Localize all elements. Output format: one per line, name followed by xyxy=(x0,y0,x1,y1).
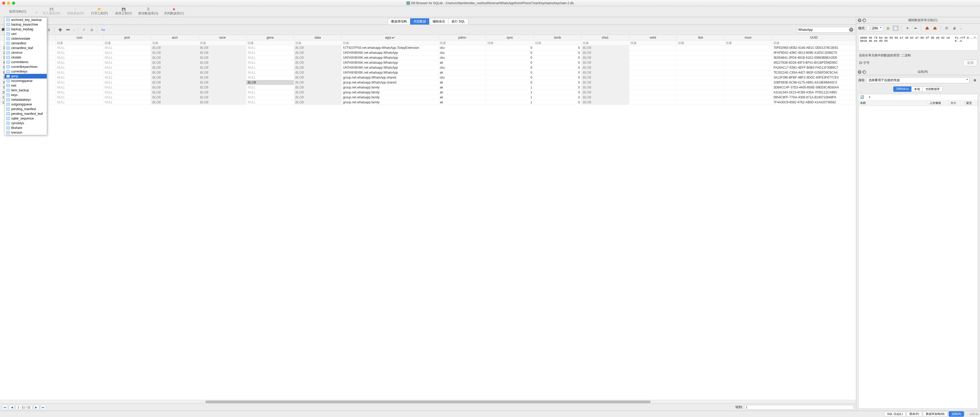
cell[interactable] xyxy=(629,90,676,95)
chevron-down-icon[interactable]: ⌄ xyxy=(959,26,963,30)
cell[interactable]: NULL xyxy=(103,45,151,50)
remote-list[interactable] xyxy=(859,106,978,408)
cell[interactable]: NULL xyxy=(56,75,103,80)
filter-input[interactable] xyxy=(773,41,854,44)
cell[interactable]: BLOB xyxy=(199,100,246,105)
cell[interactable]: group.net.whatsapp.family xyxy=(342,95,439,100)
dropdown-item[interactable]: ckstate xyxy=(5,55,47,60)
dropdown-item[interactable]: pending_manifest xyxy=(5,107,47,111)
cell[interactable]: NULL xyxy=(56,85,103,90)
column-header[interactable]: sync xyxy=(486,35,534,40)
cell[interactable]: 3A13F390-BFBF-4BF2-9DDC-60FE3F677CE3 xyxy=(772,75,856,80)
cell[interactable] xyxy=(724,100,772,105)
cell[interactable]: ak xyxy=(438,80,486,85)
table-row[interactable]: 4 NULLNULLBLOBBLOBNULLBLOBUKFA9XBX6K.net… xyxy=(0,60,856,65)
cell[interactable]: NULL xyxy=(56,55,103,60)
print-cell-icon[interactable]: 🖨 xyxy=(951,25,958,31)
cell[interactable]: NULL xyxy=(103,60,151,65)
cell[interactable]: 0 xyxy=(486,50,534,55)
cell[interactable]: UKFA9XBX6K.net.whatsapp.WhatsApp xyxy=(342,55,439,60)
upload-remote-icon[interactable]: ⬆ xyxy=(868,95,871,99)
main-tab-3[interactable]: 执行 SQL xyxy=(448,18,468,25)
table-row[interactable]: 6 NULLNULLBLOBBLOBNULLBLOBUKFA9XBX6K.net… xyxy=(0,70,856,75)
last-page-button[interactable]: ⏭ xyxy=(40,405,46,410)
remote-tab[interactable]: 当前数据库 xyxy=(923,86,943,92)
cell[interactable]: BLOB xyxy=(151,70,199,75)
cell[interactable]: BLOB xyxy=(581,65,629,70)
main-tab-0[interactable]: 数据库结构 xyxy=(388,18,410,25)
cell[interactable]: UKFA9XBX6K.net.whatsapp.WhatsApp xyxy=(342,65,439,70)
cell[interactable] xyxy=(677,85,724,90)
cell[interactable]: BLOB xyxy=(151,85,199,90)
cell[interactable]: NULL xyxy=(246,70,294,75)
cell[interactable]: 0 xyxy=(534,100,581,105)
cell[interactable]: 1 xyxy=(486,100,534,105)
cell[interactable]: 0 xyxy=(486,60,534,65)
cell[interactable]: BLOB xyxy=(199,85,246,90)
dropdown-item[interactable]: incomingqueue xyxy=(5,79,47,83)
cell[interactable]: BLOB xyxy=(581,55,629,60)
cell[interactable]: A3141343-1E23-4CB9-A35A-7F50112CA983 xyxy=(772,90,856,95)
cell[interactable]: UKFA9XBX6K.net.whatsapp.WhatsApp xyxy=(342,60,439,65)
column-header[interactable]: cusi xyxy=(56,35,103,40)
cell[interactable]: BLOB xyxy=(199,55,246,60)
filter-input[interactable] xyxy=(105,41,150,44)
cell[interactable]: BLOB xyxy=(581,50,629,55)
minimize-window-icon[interactable] xyxy=(7,2,10,5)
filter-input[interactable] xyxy=(726,41,770,44)
dropdown-item[interactable]: synckeys xyxy=(5,121,47,125)
cell[interactable] xyxy=(677,60,724,65)
filter-input[interactable] xyxy=(296,41,340,44)
column-header[interactable]: acct xyxy=(151,35,199,40)
dropdown-item[interactable]: archived_key_backup xyxy=(5,17,47,22)
cell[interactable]: NULL xyxy=(56,70,103,75)
cell[interactable]: 0 xyxy=(534,75,581,80)
dropdown-item[interactable]: ckdevicestate xyxy=(5,36,47,41)
cell[interactable]: FA28AC17-E591-4EFF-B0B3-FAD11F30B8C7 xyxy=(772,65,856,70)
filter-input[interactable] xyxy=(152,41,197,44)
cell[interactable]: 1 xyxy=(486,85,534,90)
cell[interactable]: group.net.whatsapp.family xyxy=(342,100,439,105)
db-structure-button[interactable]: 据库结构(O) xyxy=(2,7,33,16)
filter-input[interactable] xyxy=(487,41,532,44)
cell[interactable]: BLOB xyxy=(581,70,629,75)
remote-column-header[interactable]: 提交 xyxy=(964,100,978,106)
cell[interactable]: 0 xyxy=(534,65,581,70)
cell[interactable]: BLOB xyxy=(581,100,629,105)
table-row[interactable]: 5 NULLNULLBLOBBLOBNULLBLOBUKFA9XBX6K.net… xyxy=(0,65,856,70)
prev-page-button[interactable]: ◀ xyxy=(9,405,14,410)
cell[interactable]: NULL xyxy=(103,75,151,80)
column-header[interactable]: pdmn xyxy=(438,35,486,40)
cell[interactable]: ak xyxy=(438,95,486,100)
cell[interactable]: NULL xyxy=(56,80,103,85)
cell[interactable] xyxy=(724,45,772,50)
cell[interactable]: 3E654841-3FD4-481B-91E2-00883B9EA2EB xyxy=(772,55,856,60)
cell[interactable] xyxy=(677,45,724,50)
main-tab-1[interactable]: 浏览数据 xyxy=(410,18,430,25)
cell[interactable]: BLOB xyxy=(581,75,629,80)
cell[interactable]: BLOB xyxy=(294,85,341,90)
table-row[interactable]: 1 NULLNULLBLOBBLOBNULLBLOB57T9237FN3.net… xyxy=(0,45,856,50)
table-row[interactable]: 8 NULLNULLBLOBBLOBBLOBBLOBgroup.net.what… xyxy=(0,80,856,85)
remote-tab[interactable]: DBHub.io xyxy=(893,86,911,92)
cell[interactable]: NULL xyxy=(103,100,151,105)
dropdown-item[interactable]: keys xyxy=(5,93,47,97)
table-row[interactable]: 9 NULLNULLBLOBBLOBNULLBLOBgroup.net.what… xyxy=(0,85,856,90)
cell[interactable]: NULL xyxy=(246,50,294,55)
cell[interactable]: NULL xyxy=(56,95,103,100)
cell[interactable]: group.net.whatsapp.family xyxy=(342,90,439,95)
remote-tab[interactable]: 本地 xyxy=(911,86,923,92)
cell[interactable]: NULL xyxy=(103,55,151,60)
cell[interactable] xyxy=(677,65,724,70)
cell[interactable] xyxy=(629,60,676,65)
cell[interactable]: BLOB xyxy=(151,60,199,65)
cell[interactable]: BLOB xyxy=(199,95,246,100)
cell[interactable]: BLOB xyxy=(294,50,341,55)
column-header[interactable]: UUID xyxy=(772,35,856,40)
save-project-button[interactable]: 💾 保存工程(V) xyxy=(112,7,135,16)
detach-panel-icon[interactable]: ▣ xyxy=(862,70,866,74)
expand-icon[interactable]: ⤢ xyxy=(80,26,87,33)
open-project-button[interactable]: 📂 打开工程(P) xyxy=(88,7,111,16)
cell[interactable]: 3DB4CC4F-37D3-4405-B58E-59EE8C4E60AA xyxy=(772,85,856,90)
cell[interactable]: 1 xyxy=(486,95,534,100)
